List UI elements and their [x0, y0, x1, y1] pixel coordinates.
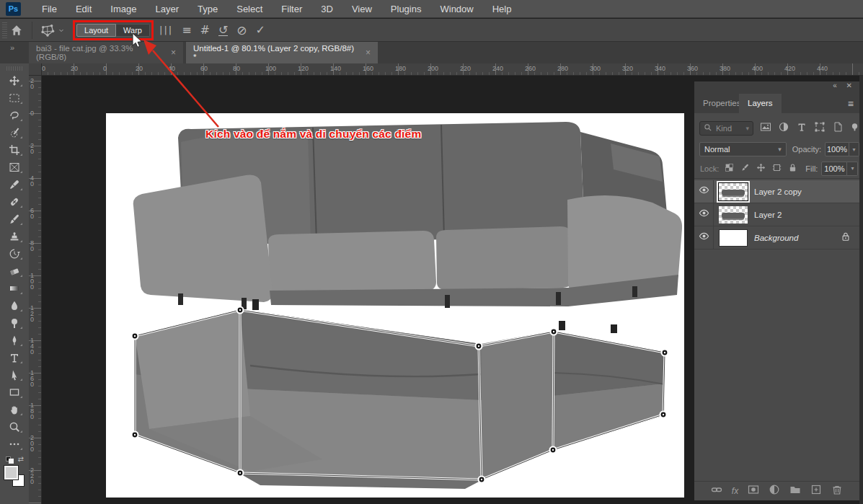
commit-icon[interactable]: ✓ [256, 23, 265, 37]
menu-3d[interactable]: 3D [311, 0, 342, 18]
options-grip[interactable] [2, 22, 7, 38]
blur-tool[interactable] [0, 297, 29, 314]
filter-image-icon[interactable] [760, 121, 771, 136]
visibility-eye-icon[interactable] [694, 180, 714, 203]
quick-selection-tool[interactable] [0, 124, 29, 141]
menu-image[interactable]: Image [101, 0, 146, 18]
fill-value[interactable]: 100% [821, 162, 847, 176]
pen-tool[interactable] [0, 332, 29, 349]
menu-type[interactable]: Type [188, 0, 227, 18]
layer-mask-icon[interactable] [748, 484, 759, 498]
menu-select[interactable]: Select [227, 0, 272, 18]
lock-position-icon[interactable] [756, 162, 766, 175]
grid-icon[interactable]: # [200, 23, 210, 37]
healing-brush-tool[interactable] [0, 193, 29, 211]
foreground-color-swatch[interactable] [4, 466, 18, 479]
opacity-value[interactable]: 100% [825, 142, 849, 156]
eraser-tool[interactable] [0, 262, 29, 280]
delete-layer-icon[interactable] [831, 484, 843, 498]
path-selection-tool[interactable] [0, 366, 29, 384]
layer-effects-icon[interactable]: fx [732, 486, 738, 496]
zoom-tool[interactable] [0, 418, 29, 436]
warp-anchor[interactable] [236, 306, 244, 314]
reset-warp-icon[interactable]: ↺ [218, 25, 228, 36]
lock-transparency-icon[interactable] [725, 162, 734, 175]
menu-layer[interactable]: Layer [146, 0, 189, 18]
history-brush-tool[interactable] [0, 245, 29, 262]
lock-artboard-icon[interactable] [772, 162, 782, 175]
menu-plugins[interactable]: Plugins [381, 0, 431, 18]
menu-edit[interactable]: Edit [66, 0, 101, 18]
default-colors-control[interactable]: ⇄ [5, 456, 24, 464]
warp-anchor[interactable] [661, 349, 669, 357]
layer-name[interactable]: Layer 2 [754, 211, 782, 219]
dock-collapse-chevrons[interactable]: » [10, 43, 14, 52]
warp-anchor[interactable] [131, 332, 139, 340]
new-layer-icon[interactable] [810, 484, 822, 498]
layer-row-background[interactable]: Background [694, 226, 859, 249]
filter-type-icon[interactable] [796, 121, 807, 136]
warp-button[interactable]: Warp [116, 24, 150, 37]
warp-anchor[interactable] [549, 446, 557, 454]
close-panel-icon[interactable]: ✕ [846, 81, 852, 89]
shape-tool[interactable] [0, 384, 29, 401]
warp-anchor[interactable] [550, 328, 558, 336]
document-canvas[interactable]: Kích vào để nắm và di chuyển các điểm [106, 113, 684, 498]
dropdown-chevron-icon[interactable] [57, 21, 66, 40]
marquee-tool[interactable] [0, 89, 29, 107]
panel-menu-icon[interactable]: ≡ [848, 98, 854, 110]
close-icon[interactable]: × [171, 48, 176, 58]
frame-tool[interactable] [0, 159, 29, 176]
menu-window[interactable]: Window [430, 0, 482, 18]
warp-anchor[interactable] [131, 431, 139, 439]
warp-anchor[interactable] [475, 342, 483, 350]
link-layers-icon[interactable] [711, 484, 722, 498]
warp-grid-icon[interactable] [38, 21, 57, 40]
warp-anchor[interactable] [478, 476, 486, 484]
layer-filter-kind[interactable]: Kind ▾ [699, 121, 753, 136]
menu-view[interactable]: View [342, 0, 381, 18]
move-tool[interactable] [0, 72, 29, 89]
dodge-tool[interactable] [0, 314, 29, 332]
close-icon[interactable]: × [366, 48, 371, 58]
document-tab-inactive[interactable]: bai3 - file cat.jpg @ 33.3% (RGB/8) × [29, 42, 183, 63]
layer-thumbnail[interactable] [719, 229, 748, 247]
visibility-eye-icon[interactable] [694, 203, 714, 226]
eyedropper-tool[interactable] [0, 176, 29, 193]
cancel-icon[interactable]: ⊘ [236, 23, 247, 37]
split-horizontal-icon[interactable]: ≡ [182, 23, 191, 37]
lock-all-icon[interactable] [788, 162, 797, 175]
visibility-eye-icon[interactable] [694, 226, 714, 249]
layer-name[interactable]: Background [754, 234, 798, 242]
layer-thumbnail[interactable] [719, 183, 748, 200]
home-icon[interactable] [7, 21, 26, 40]
split-vertical-icon[interactable]: ||| [159, 25, 173, 35]
warp-anchor[interactable] [660, 411, 668, 419]
filter-adjustment-icon[interactable] [778, 121, 789, 136]
menu-help[interactable]: Help [483, 0, 521, 18]
tab-layers[interactable]: Layers [739, 94, 782, 113]
adjustment-layer-icon[interactable] [769, 484, 780, 498]
layer-thumbnail[interactable] [719, 206, 748, 224]
lock-pixels-icon[interactable] [740, 162, 750, 175]
lasso-tool[interactable] [0, 107, 29, 124]
filter-smart-object-icon[interactable] [832, 121, 844, 136]
warp-anchor[interactable] [236, 469, 244, 477]
clone-stamp-tool[interactable] [0, 228, 29, 245]
fill-chevron[interactable]: ▾ [847, 162, 858, 176]
gradient-tool[interactable] [0, 280, 29, 297]
crop-tool[interactable] [0, 141, 29, 159]
menu-filter[interactable]: Filter [272, 0, 311, 18]
brush-tool[interactable] [0, 211, 29, 228]
swap-colors-icon[interactable]: ⇄ [18, 455, 24, 463]
layer-name[interactable]: Layer 2 copy [754, 187, 802, 196]
hand-tool[interactable] [0, 401, 29, 418]
toolbar-grip[interactable] [6, 66, 22, 71]
document-tab-active[interactable]: Untitled-1 @ 80.1% (Layer 2 copy, RGB/8#… [186, 42, 378, 63]
layout-button[interactable]: Layout [76, 24, 116, 37]
new-group-icon[interactable] [789, 484, 801, 498]
layer-row-selected[interactable]: Layer 2 copy [694, 180, 859, 203]
filter-toggle-icon[interactable] [850, 122, 859, 135]
more-tools[interactable] [0, 436, 29, 453]
blend-mode-select[interactable]: Normal ▾ [699, 142, 787, 156]
